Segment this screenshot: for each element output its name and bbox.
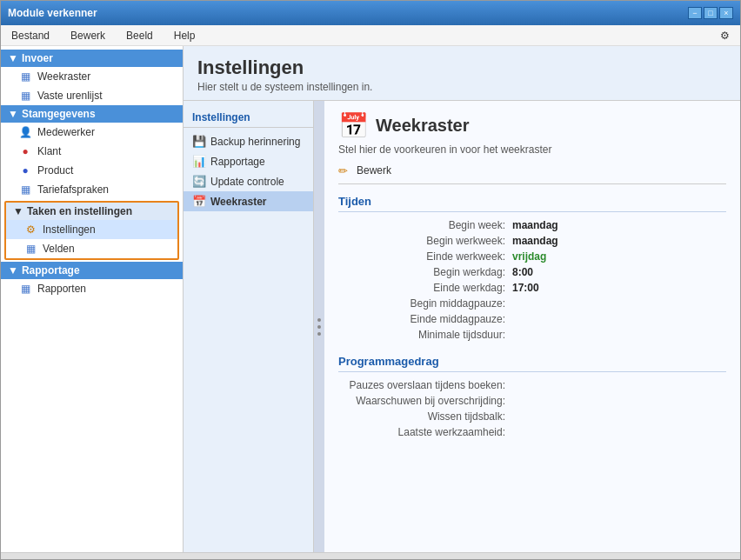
doc-icon: ▦ xyxy=(18,183,32,197)
field-value: 8:00 xyxy=(512,266,533,278)
field-wissen-tijdsbalk: Wissen tijdsbalk: xyxy=(338,410,726,423)
sidebar-item-medewerker[interactable]: 👤 Medewerker xyxy=(1,123,183,142)
field-value: vrijdag xyxy=(512,250,546,263)
arrow-icon: ▼ xyxy=(8,108,18,120)
field-label: Wissen tijdsbalk: xyxy=(338,410,512,423)
scroll-dot-3 xyxy=(317,332,321,336)
sidebar-item-label: Vaste urenlijst xyxy=(37,90,102,102)
sidebar-section-invoer[interactable]: ▼ Invoer xyxy=(1,50,183,67)
detail-title: Weekraster xyxy=(376,116,469,136)
fields-icon: ▦ xyxy=(23,242,37,256)
left-nav-label: Backup herinnering xyxy=(210,136,300,148)
sidebar-item-label: Medewerker xyxy=(37,126,95,138)
field-value: maandag xyxy=(512,219,558,231)
field-label: Einde werkweek: xyxy=(338,250,512,263)
field-label: Begin werkdag: xyxy=(338,266,512,278)
sidebar: ▼ Invoer ▦ Weekraster ▦ Vaste urenlijst … xyxy=(1,46,184,552)
circle-blue-icon: ● xyxy=(18,163,32,177)
field-label: Einde middagpauze: xyxy=(338,313,512,325)
field-minimale-tijdsduur: Minimale tijdsduur: xyxy=(338,329,726,341)
menu-bewerk[interactable]: Bewerk xyxy=(67,29,109,43)
scroll-dot-2 xyxy=(317,325,321,329)
field-label: Pauzes overslaan tijdens boeken: xyxy=(338,379,512,391)
field-waarschuwen: Waarschuwen bij overschrijding: xyxy=(338,395,726,407)
menu-bar: Bestand Bewerk Beeld Help ⚙ xyxy=(1,25,740,46)
close-button[interactable]: × xyxy=(719,7,733,19)
sidebar-item-weekraster[interactable]: ▦ Weekraster xyxy=(1,67,183,86)
invoer-label: Invoer xyxy=(22,52,53,64)
tijden-title: Tijden xyxy=(338,195,726,212)
person-icon: 👤 xyxy=(18,125,32,139)
sidebar-item-instellingen[interactable]: ⚙ Instellingen xyxy=(6,220,177,239)
content-area: ▼ Invoer ▦ Weekraster ▦ Vaste urenlijst … xyxy=(1,46,740,552)
menu-bestand[interactable]: Bestand xyxy=(8,29,53,43)
page-subtitle: Hier stelt u de systeem instellingen in. xyxy=(197,81,726,93)
sidebar-item-vaste-urenlijst[interactable]: ▦ Vaste urenlijst xyxy=(1,86,183,105)
left-nav-label: Rapportage xyxy=(210,156,265,168)
minimize-button[interactable]: − xyxy=(688,7,702,19)
taken-label: Taken en instellingen xyxy=(27,205,132,217)
gear2-icon: ⚙ xyxy=(23,223,37,237)
field-pauzes-overslaan: Pauzes overslaan tijdens boeken: xyxy=(338,379,726,391)
edit-toolbar: ✏ Bewerk xyxy=(338,163,726,184)
field-label: Minimale tijdsduur: xyxy=(338,329,512,341)
right-content: 📅 Weekraster Stel hier de voorkeuren in … xyxy=(324,101,740,552)
edit-pencil-icon: ✏ xyxy=(338,164,348,177)
sidebar-item-label: Product xyxy=(37,164,73,177)
left-nav-rapportage[interactable]: 📊 Rapportage xyxy=(184,151,313,171)
field-label: Einde werkdag: xyxy=(338,282,512,294)
window-controls: − □ × xyxy=(688,7,733,19)
scroll-dot-1 xyxy=(317,318,321,322)
field-begin-werkweek: Begin werkweek: maandag xyxy=(338,235,726,247)
field-label: Laatste werkzaamheid: xyxy=(338,426,512,438)
left-nav-weekraster[interactable]: 📅 Weekraster xyxy=(184,191,313,211)
arrow-icon: ▼ xyxy=(13,205,23,217)
title-bar: Module verkenner − □ × xyxy=(1,1,740,25)
sidebar-section-stamgegevens[interactable]: ▼ Stamgegevens xyxy=(1,105,183,123)
sidebar-item-tariefafspraken[interactable]: ▦ Tariefafspraken xyxy=(1,180,183,199)
calendar-icon: ▦ xyxy=(18,70,32,83)
calendar3-icon: 📅 xyxy=(192,195,206,208)
field-label: Begin middagpauze: xyxy=(338,297,512,310)
menu-help[interactable]: Help xyxy=(170,29,199,43)
sidebar-section-taken-highlighted: ▼ Taken en instellingen ⚙ Instellingen ▦… xyxy=(4,201,179,260)
maximize-button[interactable]: □ xyxy=(704,7,718,19)
field-label: Waarschuwen bij overschrijding: xyxy=(338,395,512,407)
circle-red-icon: ● xyxy=(18,144,32,158)
scroll-handle[interactable] xyxy=(314,101,324,552)
sidebar-item-rapporten[interactable]: ▦ Rapporten xyxy=(1,279,183,298)
sidebar-item-label: Velden xyxy=(43,243,75,255)
bottom-bar xyxy=(1,552,740,559)
left-nav-update[interactable]: 🔄 Update controle xyxy=(184,171,313,191)
programmagedrag-section: Programmagedrag Pauzes overslaan tijdens… xyxy=(338,355,726,438)
menu-beeld[interactable]: Beeld xyxy=(123,29,157,43)
gear-icon[interactable]: ⚙ xyxy=(717,29,733,43)
sidebar-item-klant[interactable]: ● Klant xyxy=(1,142,183,161)
sidebar-item-product[interactable]: ● Product xyxy=(1,161,183,180)
left-nav-backup[interactable]: 💾 Backup herinnering xyxy=(184,131,313,151)
detail-subtitle: Stel hier de voorkeuren in voor het week… xyxy=(338,143,726,156)
stamgegevens-label: Stamgegevens xyxy=(22,108,96,120)
doc2-icon: ▦ xyxy=(18,282,32,296)
sidebar-item-label: Klant xyxy=(37,145,61,157)
sidebar-item-label: Weekraster xyxy=(37,70,90,83)
page-header: Instellingen Hier stelt u de systeem ins… xyxy=(184,46,740,101)
sidebar-item-velden[interactable]: ▦ Velden xyxy=(6,239,177,258)
programmagedrag-title: Programmagedrag xyxy=(338,355,726,372)
field-value: maandag xyxy=(512,235,558,247)
detail-title-row: 📅 Weekraster xyxy=(338,111,726,140)
backup-icon: 💾 xyxy=(192,135,206,148)
left-nav-label: Weekraster xyxy=(210,196,267,208)
rapportage-label: Rapportage xyxy=(22,264,80,277)
field-einde-werkdag: Einde werkdag: 17:00 xyxy=(338,282,726,294)
field-laatste-werkzaamheid: Laatste werkzaamheid: xyxy=(338,426,726,438)
calendar2-icon: ▦ xyxy=(18,89,32,103)
main-columns: Instellingen 💾 Backup herinnering 📊 Rapp… xyxy=(184,101,740,552)
sidebar-item-label: Instellingen xyxy=(43,223,96,236)
window-title: Module verkenner xyxy=(8,7,97,19)
sidebar-section-taken[interactable]: ▼ Taken en instellingen xyxy=(6,203,177,220)
weekraster-icon: 📅 xyxy=(338,111,369,140)
left-nav-label: Update controle xyxy=(210,176,284,188)
sidebar-section-rapportage[interactable]: ▼ Rapportage xyxy=(1,262,183,279)
edit-button[interactable]: Bewerk xyxy=(353,163,395,178)
